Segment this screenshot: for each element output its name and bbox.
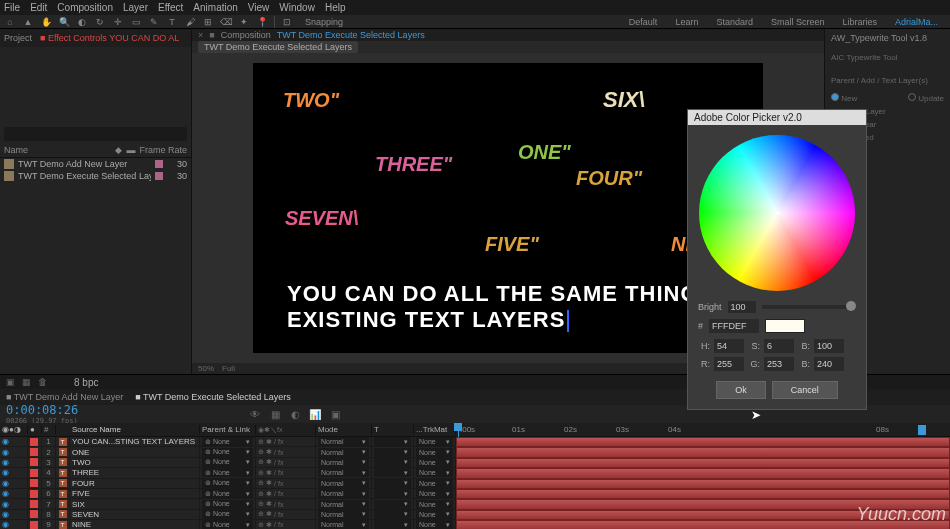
menu-window[interactable]: Window bbox=[279, 2, 315, 13]
parent-dropdown[interactable]: ⊚ None▾ bbox=[202, 520, 253, 529]
brush-tool-icon[interactable]: 🖌 bbox=[184, 16, 196, 28]
label-swatch[interactable] bbox=[30, 458, 38, 466]
layer-bar[interactable] bbox=[456, 468, 950, 478]
h-input[interactable] bbox=[714, 339, 744, 353]
label-swatch[interactable] bbox=[30, 469, 38, 477]
trkmat-dropdown[interactable]: None▾ bbox=[416, 520, 453, 529]
zoom-dropdown[interactable]: 50% bbox=[198, 364, 214, 373]
trkmat-dropdown[interactable]: None▾ bbox=[416, 479, 453, 488]
menu-help[interactable]: Help bbox=[325, 2, 346, 13]
menu-view[interactable]: View bbox=[248, 2, 270, 13]
layer-bar[interactable] bbox=[456, 479, 950, 489]
layer-bar[interactable] bbox=[456, 520, 950, 529]
blend-mode-dropdown[interactable]: Normal▾ bbox=[318, 437, 369, 446]
b-input[interactable] bbox=[814, 339, 844, 353]
eye-icon[interactable]: ◉ bbox=[2, 448, 10, 457]
comp-tab-name[interactable]: TWT Demo Execute Selected Layers bbox=[277, 30, 425, 40]
blend-mode-dropdown[interactable]: Normal▾ bbox=[318, 468, 369, 477]
brightness-input[interactable] bbox=[728, 301, 756, 313]
blend-mode-dropdown[interactable]: Normal▾ bbox=[318, 458, 369, 467]
menu-effect[interactable]: Effect bbox=[158, 2, 183, 13]
track-dropdown[interactable]: ▾ bbox=[374, 510, 411, 519]
layer-row[interactable]: ◉7TSIX⊚ None▾⊕✱/fxNormal▾▾None▾ bbox=[0, 499, 456, 509]
eye-icon[interactable]: ◉ bbox=[2, 510, 10, 519]
timeline-graph[interactable]: :00s 01s 02s 03s 04s 08s bbox=[456, 423, 950, 529]
layer-switches[interactable]: ⊕✱/fx bbox=[256, 468, 316, 477]
track-dropdown[interactable]: ▾ bbox=[374, 448, 411, 457]
layer-row[interactable]: ◉8TSEVEN⊚ None▾⊕✱/fxNormal▾▾None▾ bbox=[0, 510, 456, 520]
text-layer[interactable]: SEVEN\ bbox=[285, 207, 358, 230]
parent-dropdown[interactable]: ⊚ None▾ bbox=[202, 510, 253, 519]
new-comp-icon[interactable]: ▦ bbox=[22, 377, 32, 387]
trkmat-dropdown[interactable]: None▾ bbox=[416, 500, 453, 509]
trkmat-dropdown[interactable]: None▾ bbox=[416, 458, 453, 467]
slider-thumb[interactable] bbox=[846, 301, 856, 311]
trkmat-dropdown[interactable]: None▾ bbox=[416, 468, 453, 477]
text-layer[interactable]: FOUR" bbox=[576, 167, 642, 190]
layer-row[interactable]: ◉2TONE⊚ None▾⊕✱/fxNormal▾▾None▾ bbox=[0, 447, 456, 457]
timeline-tab[interactable]: ■ TWT Demo Add New Layer bbox=[6, 392, 123, 402]
layer-row[interactable]: ◉5TFOUR⊚ None▾⊕✱/fxNormal▾▾None▾ bbox=[0, 479, 456, 489]
text-tool-icon[interactable]: T bbox=[166, 16, 178, 28]
trkmat-dropdown[interactable]: None▾ bbox=[416, 448, 453, 457]
lock-icon[interactable]: ■ bbox=[209, 30, 214, 40]
track-dropdown[interactable]: ▾ bbox=[374, 479, 411, 488]
layer-bar[interactable] bbox=[456, 489, 950, 499]
track-dropdown[interactable]: ▾ bbox=[374, 468, 411, 477]
timeline-tab[interactable]: ■ TWT Demo Execute Selected Layers bbox=[135, 392, 291, 402]
layer-name[interactable]: TWO bbox=[70, 458, 200, 467]
label-swatch[interactable] bbox=[30, 500, 38, 508]
col-mode[interactable]: Mode bbox=[316, 425, 372, 434]
ws-standard[interactable]: Standard bbox=[708, 15, 761, 29]
menu-file[interactable]: File bbox=[4, 2, 20, 13]
layer-switches[interactable]: ⊕✱/fx bbox=[256, 437, 316, 446]
layer-name[interactable]: YOU CAN...STING TEXT LAYERS bbox=[70, 437, 200, 446]
layer-name[interactable]: FOUR bbox=[70, 479, 200, 488]
layer-name[interactable]: SEVEN bbox=[70, 510, 200, 519]
eye-icon[interactable]: ◉ bbox=[2, 468, 10, 477]
menu-animation[interactable]: Animation bbox=[193, 2, 237, 13]
label-swatch[interactable] bbox=[30, 490, 38, 498]
shy-icon[interactable]: 👁 bbox=[248, 407, 262, 421]
rotate-tool-icon[interactable]: ↻ bbox=[94, 16, 106, 28]
text-layer[interactable]: THREE" bbox=[375, 153, 452, 176]
col-trkmat[interactable]: ...TrkMat bbox=[414, 425, 456, 434]
radio-new[interactable] bbox=[831, 93, 839, 101]
pen-tool-icon[interactable]: ✎ bbox=[148, 16, 160, 28]
cancel-button[interactable]: Cancel bbox=[772, 381, 838, 399]
text-layer[interactable]: FIVE" bbox=[485, 233, 539, 256]
time-ruler[interactable]: :00s 01s 02s 03s 04s 08s bbox=[456, 423, 950, 437]
layer-switches[interactable]: ⊕✱/fx bbox=[256, 447, 316, 456]
ws-learn[interactable]: Learn bbox=[667, 15, 706, 29]
parent-dropdown[interactable]: ⊚ None▾ bbox=[202, 500, 253, 509]
color-picker-dialog[interactable]: Adobe Color Picker v2.0 Bright # H: S: B… bbox=[687, 109, 867, 410]
frame-blend-icon[interactable]: ▦ bbox=[268, 407, 282, 421]
trkmat-dropdown[interactable]: None▾ bbox=[416, 489, 453, 498]
trkmat-dropdown[interactable]: None▾ bbox=[416, 510, 453, 519]
layer-name[interactable]: NINE bbox=[70, 520, 200, 529]
eye-icon[interactable]: ◉ bbox=[2, 437, 10, 446]
menu-edit[interactable]: Edit bbox=[30, 2, 47, 13]
parent-dropdown[interactable]: ⊚ None▾ bbox=[202, 489, 253, 498]
col-source-name[interactable]: Source Name bbox=[70, 425, 200, 434]
trash-icon[interactable]: 🗑 bbox=[38, 377, 48, 387]
clone-tool-icon[interactable]: ⊞ bbox=[202, 16, 214, 28]
layer-switches[interactable]: ⊕✱/fx bbox=[256, 458, 316, 467]
folder-icon[interactable]: ▣ bbox=[6, 377, 16, 387]
bb-input[interactable] bbox=[814, 357, 844, 371]
comp-breadcrumb[interactable]: TWT Demo Execute Selected Layers bbox=[198, 41, 358, 53]
orbit-tool-icon[interactable]: ◐ bbox=[76, 16, 88, 28]
radio-update[interactable] bbox=[908, 93, 916, 101]
hex-input[interactable] bbox=[709, 319, 759, 333]
col-framerate[interactable]: Frame Rate bbox=[139, 145, 187, 155]
col-label-icon[interactable]: ▬ bbox=[126, 145, 135, 155]
picker-titlebar[interactable]: Adobe Color Picker v2.0 bbox=[688, 110, 866, 125]
layer-switches[interactable]: ⊕✱/fx bbox=[256, 489, 316, 498]
layer-switches[interactable]: ⊕✱/fx bbox=[256, 479, 316, 488]
track-dropdown[interactable]: ▾ bbox=[374, 489, 411, 498]
graph-icon[interactable]: 📊 bbox=[308, 407, 322, 421]
trkmat-dropdown[interactable]: None▾ bbox=[416, 437, 453, 446]
ws-default[interactable]: Default bbox=[621, 15, 666, 29]
blend-mode-dropdown[interactable]: Normal▾ bbox=[318, 489, 369, 498]
blend-mode-dropdown[interactable]: Normal▾ bbox=[318, 510, 369, 519]
